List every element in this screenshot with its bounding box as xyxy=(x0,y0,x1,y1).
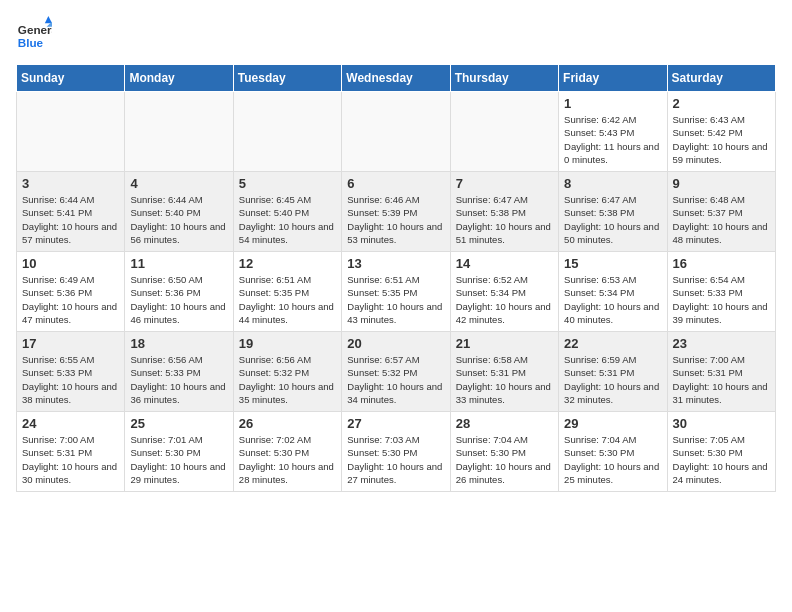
weekday-header-thursday: Thursday xyxy=(450,65,558,92)
day-number: 15 xyxy=(564,256,661,271)
day-info: Sunrise: 6:47 AMSunset: 5:38 PMDaylight:… xyxy=(456,193,553,246)
day-number: 22 xyxy=(564,336,661,351)
day-number: 26 xyxy=(239,416,336,431)
day-info: Sunrise: 6:51 AMSunset: 5:35 PMDaylight:… xyxy=(347,273,444,326)
day-info: Sunrise: 6:55 AMSunset: 5:33 PMDaylight:… xyxy=(22,353,119,406)
calendar-cell: 12Sunrise: 6:51 AMSunset: 5:35 PMDayligh… xyxy=(233,252,341,332)
day-number: 12 xyxy=(239,256,336,271)
calendar-cell: 26Sunrise: 7:02 AMSunset: 5:30 PMDayligh… xyxy=(233,412,341,492)
day-number: 2 xyxy=(673,96,770,111)
day-number: 21 xyxy=(456,336,553,351)
calendar-week-1: 1Sunrise: 6:42 AMSunset: 5:43 PMDaylight… xyxy=(17,92,776,172)
day-number: 16 xyxy=(673,256,770,271)
day-info: Sunrise: 7:05 AMSunset: 5:30 PMDaylight:… xyxy=(673,433,770,486)
calendar-cell: 21Sunrise: 6:58 AMSunset: 5:31 PMDayligh… xyxy=(450,332,558,412)
day-number: 19 xyxy=(239,336,336,351)
calendar-cell: 18Sunrise: 6:56 AMSunset: 5:33 PMDayligh… xyxy=(125,332,233,412)
day-info: Sunrise: 6:42 AMSunset: 5:43 PMDaylight:… xyxy=(564,113,661,166)
calendar-cell: 8Sunrise: 6:47 AMSunset: 5:38 PMDaylight… xyxy=(559,172,667,252)
calendar-cell: 7Sunrise: 6:47 AMSunset: 5:38 PMDaylight… xyxy=(450,172,558,252)
day-number: 4 xyxy=(130,176,227,191)
day-number: 23 xyxy=(673,336,770,351)
day-info: Sunrise: 7:00 AMSunset: 5:31 PMDaylight:… xyxy=(22,433,119,486)
day-number: 5 xyxy=(239,176,336,191)
weekday-header-wednesday: Wednesday xyxy=(342,65,450,92)
calendar-cell: 20Sunrise: 6:57 AMSunset: 5:32 PMDayligh… xyxy=(342,332,450,412)
calendar-cell: 30Sunrise: 7:05 AMSunset: 5:30 PMDayligh… xyxy=(667,412,775,492)
weekday-header-row: SundayMondayTuesdayWednesdayThursdayFrid… xyxy=(17,65,776,92)
day-number: 13 xyxy=(347,256,444,271)
calendar-cell xyxy=(125,92,233,172)
day-number: 27 xyxy=(347,416,444,431)
day-number: 8 xyxy=(564,176,661,191)
day-number: 11 xyxy=(130,256,227,271)
day-info: Sunrise: 6:44 AMSunset: 5:40 PMDaylight:… xyxy=(130,193,227,246)
calendar-cell: 22Sunrise: 6:59 AMSunset: 5:31 PMDayligh… xyxy=(559,332,667,412)
calendar-cell: 16Sunrise: 6:54 AMSunset: 5:33 PMDayligh… xyxy=(667,252,775,332)
day-info: Sunrise: 7:04 AMSunset: 5:30 PMDaylight:… xyxy=(456,433,553,486)
day-info: Sunrise: 6:56 AMSunset: 5:32 PMDaylight:… xyxy=(239,353,336,406)
calendar-cell: 2Sunrise: 6:43 AMSunset: 5:42 PMDaylight… xyxy=(667,92,775,172)
weekday-header-monday: Monday xyxy=(125,65,233,92)
calendar-cell: 29Sunrise: 7:04 AMSunset: 5:30 PMDayligh… xyxy=(559,412,667,492)
day-number: 7 xyxy=(456,176,553,191)
day-info: Sunrise: 6:50 AMSunset: 5:36 PMDaylight:… xyxy=(130,273,227,326)
day-info: Sunrise: 6:58 AMSunset: 5:31 PMDaylight:… xyxy=(456,353,553,406)
logo-icon: General Blue xyxy=(16,16,52,52)
calendar-cell: 15Sunrise: 6:53 AMSunset: 5:34 PMDayligh… xyxy=(559,252,667,332)
calendar-cell: 17Sunrise: 6:55 AMSunset: 5:33 PMDayligh… xyxy=(17,332,125,412)
calendar-week-4: 17Sunrise: 6:55 AMSunset: 5:33 PMDayligh… xyxy=(17,332,776,412)
calendar-week-3: 10Sunrise: 6:49 AMSunset: 5:36 PMDayligh… xyxy=(17,252,776,332)
calendar-cell: 19Sunrise: 6:56 AMSunset: 5:32 PMDayligh… xyxy=(233,332,341,412)
day-info: Sunrise: 6:52 AMSunset: 5:34 PMDaylight:… xyxy=(456,273,553,326)
day-info: Sunrise: 7:04 AMSunset: 5:30 PMDaylight:… xyxy=(564,433,661,486)
day-info: Sunrise: 6:45 AMSunset: 5:40 PMDaylight:… xyxy=(239,193,336,246)
day-number: 30 xyxy=(673,416,770,431)
calendar-cell: 9Sunrise: 6:48 AMSunset: 5:37 PMDaylight… xyxy=(667,172,775,252)
weekday-header-tuesday: Tuesday xyxy=(233,65,341,92)
calendar-cell: 5Sunrise: 6:45 AMSunset: 5:40 PMDaylight… xyxy=(233,172,341,252)
day-number: 6 xyxy=(347,176,444,191)
day-number: 9 xyxy=(673,176,770,191)
day-number: 20 xyxy=(347,336,444,351)
day-info: Sunrise: 6:59 AMSunset: 5:31 PMDaylight:… xyxy=(564,353,661,406)
day-info: Sunrise: 7:00 AMSunset: 5:31 PMDaylight:… xyxy=(673,353,770,406)
page-header: General Blue xyxy=(16,16,776,52)
day-number: 24 xyxy=(22,416,119,431)
day-number: 17 xyxy=(22,336,119,351)
day-number: 3 xyxy=(22,176,119,191)
day-number: 25 xyxy=(130,416,227,431)
calendar-week-5: 24Sunrise: 7:00 AMSunset: 5:31 PMDayligh… xyxy=(17,412,776,492)
calendar-cell: 24Sunrise: 7:00 AMSunset: 5:31 PMDayligh… xyxy=(17,412,125,492)
day-info: Sunrise: 6:53 AMSunset: 5:34 PMDaylight:… xyxy=(564,273,661,326)
day-info: Sunrise: 7:01 AMSunset: 5:30 PMDaylight:… xyxy=(130,433,227,486)
day-info: Sunrise: 6:48 AMSunset: 5:37 PMDaylight:… xyxy=(673,193,770,246)
day-number: 1 xyxy=(564,96,661,111)
day-info: Sunrise: 6:54 AMSunset: 5:33 PMDaylight:… xyxy=(673,273,770,326)
day-info: Sunrise: 6:43 AMSunset: 5:42 PMDaylight:… xyxy=(673,113,770,166)
calendar-cell xyxy=(342,92,450,172)
day-info: Sunrise: 6:51 AMSunset: 5:35 PMDaylight:… xyxy=(239,273,336,326)
day-number: 28 xyxy=(456,416,553,431)
logo: General Blue xyxy=(16,16,52,52)
day-info: Sunrise: 6:49 AMSunset: 5:36 PMDaylight:… xyxy=(22,273,119,326)
day-number: 18 xyxy=(130,336,227,351)
day-info: Sunrise: 7:02 AMSunset: 5:30 PMDaylight:… xyxy=(239,433,336,486)
day-info: Sunrise: 6:56 AMSunset: 5:33 PMDaylight:… xyxy=(130,353,227,406)
calendar-week-2: 3Sunrise: 6:44 AMSunset: 5:41 PMDaylight… xyxy=(17,172,776,252)
calendar-cell: 25Sunrise: 7:01 AMSunset: 5:30 PMDayligh… xyxy=(125,412,233,492)
calendar-cell: 11Sunrise: 6:50 AMSunset: 5:36 PMDayligh… xyxy=(125,252,233,332)
calendar-cell xyxy=(233,92,341,172)
day-info: Sunrise: 6:46 AMSunset: 5:39 PMDaylight:… xyxy=(347,193,444,246)
day-info: Sunrise: 6:44 AMSunset: 5:41 PMDaylight:… xyxy=(22,193,119,246)
calendar-cell: 1Sunrise: 6:42 AMSunset: 5:43 PMDaylight… xyxy=(559,92,667,172)
calendar-cell xyxy=(17,92,125,172)
calendar-cell: 27Sunrise: 7:03 AMSunset: 5:30 PMDayligh… xyxy=(342,412,450,492)
day-info: Sunrise: 7:03 AMSunset: 5:30 PMDaylight:… xyxy=(347,433,444,486)
day-number: 29 xyxy=(564,416,661,431)
svg-marker-2 xyxy=(45,16,52,23)
calendar-cell: 10Sunrise: 6:49 AMSunset: 5:36 PMDayligh… xyxy=(17,252,125,332)
calendar-cell: 3Sunrise: 6:44 AMSunset: 5:41 PMDaylight… xyxy=(17,172,125,252)
weekday-header-saturday: Saturday xyxy=(667,65,775,92)
day-info: Sunrise: 6:57 AMSunset: 5:32 PMDaylight:… xyxy=(347,353,444,406)
